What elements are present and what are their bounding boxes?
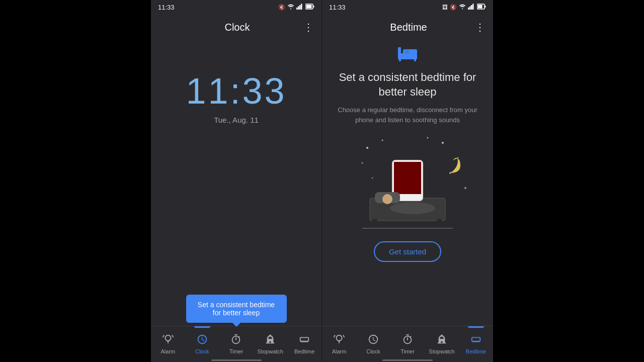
bedtime-main: Set a consistent bedtime for better slee… xyxy=(322,40,493,326)
svg-point-21 xyxy=(382,140,383,141)
svg-rect-19 xyxy=(399,59,401,61)
nav-stopwatch-left[interactable]: Stopwatch xyxy=(253,326,287,362)
clock-time-display: 11:33 xyxy=(186,70,286,112)
nav-alarm-label-right: Alarm xyxy=(332,348,347,354)
status-time-right: 11:33 xyxy=(329,4,346,11)
bedtime-tooltip: Set a consistent bedtime for better slee… xyxy=(186,295,287,323)
wifi-icon xyxy=(287,4,294,11)
wifi-icon-right xyxy=(459,4,466,11)
svg-rect-18 xyxy=(414,59,416,61)
alarm-icon-left xyxy=(163,334,174,347)
svg-rect-2 xyxy=(299,5,301,10)
battery-icon xyxy=(305,4,314,11)
left-phone: 11:33 🔇 xyxy=(151,0,322,362)
bottom-nav-right: Alarm Clock Timer Stopwatch xyxy=(322,326,493,362)
home-bar-right xyxy=(382,359,433,361)
svg-point-28 xyxy=(372,177,373,179)
clock-date-display: Tue., Aug. 11 xyxy=(214,116,259,124)
nav-stopwatch-label-left: Stopwatch xyxy=(258,348,283,354)
svg-point-17 xyxy=(405,50,409,54)
nav-alarm-left[interactable]: Alarm xyxy=(151,326,185,362)
get-started-button[interactable]: Get started xyxy=(374,241,441,262)
svg-point-34 xyxy=(382,194,392,204)
stopwatch-icon-left xyxy=(265,334,276,347)
svg-rect-15 xyxy=(398,47,401,59)
bedtime-title: Set a consistent bedtime for better slee… xyxy=(332,70,483,99)
svg-point-24 xyxy=(457,157,459,159)
bottom-nav-left: Alarm Clock Timer Stopwatch xyxy=(151,326,321,362)
home-bar-left xyxy=(211,359,262,361)
nav-timer-left[interactable]: Timer xyxy=(219,326,254,362)
status-bar-left: 11:33 🔇 xyxy=(151,0,321,14)
nav-stopwatch-label-right: Stopwatch xyxy=(429,348,454,354)
svg-rect-0 xyxy=(296,8,298,10)
bedtime-illustration xyxy=(342,133,473,233)
active-indicator-right xyxy=(468,326,484,328)
app-title-right: Bedtime xyxy=(342,22,475,33)
app-title-left: Clock xyxy=(171,22,303,33)
battery-icon-right xyxy=(477,4,486,11)
bed-icon-wrap xyxy=(396,45,419,64)
svg-rect-1 xyxy=(298,7,299,10)
nav-clock-label-left: Clock xyxy=(195,348,209,354)
svg-rect-7 xyxy=(468,8,469,10)
right-phone: 11:33 🖼 🔇 xyxy=(322,0,493,362)
svg-point-27 xyxy=(464,187,466,189)
nav-bedtime-right[interactable]: Bedtime xyxy=(459,326,493,362)
svg-rect-13 xyxy=(485,6,486,8)
status-icons-right: 🖼 🔇 xyxy=(442,4,486,11)
clock-icon-left xyxy=(197,334,208,347)
signal-icon-right xyxy=(468,4,475,11)
timer-icon-left xyxy=(230,334,242,347)
more-options-left[interactable]: ⋮ xyxy=(303,21,313,33)
svg-rect-3 xyxy=(301,4,302,10)
bedtime-icon-right xyxy=(470,334,481,347)
nav-alarm-label-left: Alarm xyxy=(161,348,176,354)
nav-timer-label-left: Timer xyxy=(229,348,244,354)
mute-icon: 🔇 xyxy=(278,4,285,11)
svg-rect-10 xyxy=(472,4,474,10)
app-bar-left: Clock ⋮ xyxy=(151,14,321,40)
svg-rect-5 xyxy=(306,5,312,9)
svg-rect-8 xyxy=(469,7,471,10)
svg-point-33 xyxy=(390,202,435,214)
photo-icon: 🖼 xyxy=(442,4,448,10)
svg-rect-12 xyxy=(478,5,482,9)
status-time-left: 11:33 xyxy=(158,4,175,11)
stopwatch-icon-right xyxy=(436,334,447,347)
more-options-right[interactable]: ⋮ xyxy=(475,21,485,33)
nav-alarm-right[interactable]: Alarm xyxy=(322,326,356,362)
svg-point-20 xyxy=(366,147,368,149)
svg-rect-35 xyxy=(372,219,377,228)
svg-point-22 xyxy=(362,162,363,164)
nav-bedtime-label-left: Bedtime xyxy=(294,348,314,354)
alarm-icon-right xyxy=(334,334,345,347)
bed-icon xyxy=(396,45,419,62)
nav-timer-right[interactable]: Timer xyxy=(390,326,425,362)
nav-clock-right[interactable]: Clock xyxy=(356,326,390,362)
nav-clock-left[interactable]: Clock xyxy=(185,326,219,362)
svg-rect-9 xyxy=(471,5,472,10)
status-icons-left: 🔇 xyxy=(278,4,314,11)
nav-timer-label-right: Timer xyxy=(400,348,415,354)
nav-bedtime-label-right: Bedtime xyxy=(466,348,486,354)
nav-stopwatch-right[interactable]: Stopwatch xyxy=(425,326,459,362)
bed-illustration-svg xyxy=(342,133,473,233)
status-bar-right: 11:33 🖼 🔇 xyxy=(322,0,493,14)
clock-icon-right xyxy=(368,334,379,347)
svg-rect-36 xyxy=(437,219,442,228)
signal-icon xyxy=(296,4,303,11)
nav-bedtime-left[interactable]: Bedtime xyxy=(287,326,321,362)
mute-icon-right: 🔇 xyxy=(450,4,457,11)
app-bar-right: Bedtime ⋮ xyxy=(322,14,493,40)
bedtime-icon-left xyxy=(299,334,310,347)
bedtime-desc: Choose a regular bedtime, disconnect fro… xyxy=(332,105,483,125)
svg-point-23 xyxy=(442,142,444,144)
clock-main: 11:33 Tue., Aug. 11 xyxy=(151,40,321,326)
nav-clock-label-right: Clock xyxy=(366,348,380,354)
svg-point-26 xyxy=(427,137,429,139)
active-indicator-left xyxy=(194,326,210,328)
svg-rect-31 xyxy=(394,162,421,194)
svg-rect-6 xyxy=(313,6,314,8)
timer-icon-right xyxy=(402,334,413,347)
